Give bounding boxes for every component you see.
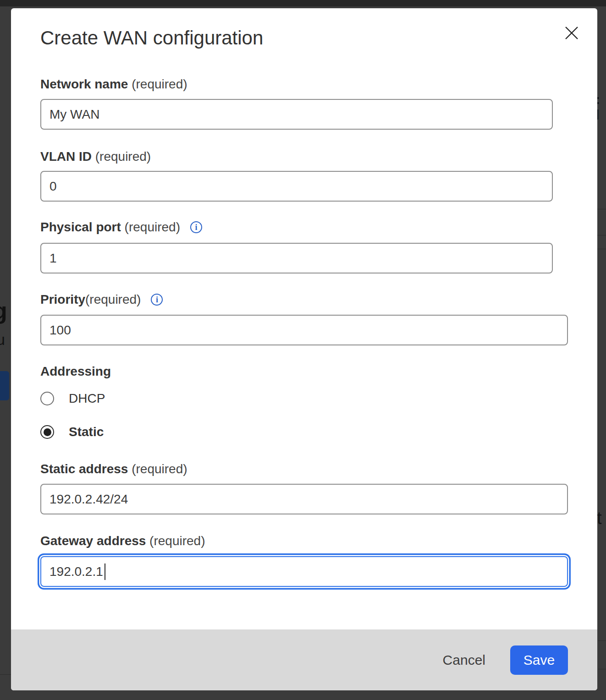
background-button-fragment [0,371,9,400]
network-name-label: Network name (required) [40,77,187,92]
radio-unselected-icon [40,392,54,405]
physical-port-value: 1 [50,251,57,266]
gateway-address-value: 192.0.2.1 [50,564,103,579]
save-button[interactable]: Save [510,645,568,675]
static-address-value: 192.0.2.42/24 [50,492,128,507]
create-wan-configuration-dialog: Create WAN configuration Network name (r… [11,8,597,690]
vlan-id-label: VLAN ID (required) [40,149,151,164]
static-radio-label: Static [69,425,104,439]
close-icon [564,25,579,41]
gateway-address-input[interactable]: 192.0.2.1 [40,556,568,587]
priority-input[interactable]: 100 [40,315,568,345]
physical-port-input[interactable]: 1 [40,243,553,273]
background-table-line [597,209,606,209]
static-address-input[interactable]: 192.0.2.42/24 [40,484,568,514]
gateway-address-label: Gateway address (required) [40,534,205,548]
physical-port-label: Physical port (required) i [40,220,202,235]
dialog-title: Create WAN configuration [40,27,263,49]
background-table-line [597,235,606,235]
vlan-id-value: 0 [50,179,57,194]
priority-label: Priority(required) i [40,292,163,307]
background-table-line [597,249,606,249]
network-name-input[interactable]: My WAN [40,99,553,130]
close-button[interactable] [562,24,581,42]
addressing-option-dhcp[interactable]: DHCP [40,391,105,406]
cancel-button[interactable]: Cancel [441,649,487,672]
addressing-heading: Addressing [40,364,111,379]
priority-value: 100 [50,323,71,338]
background-text-fragment: t [597,509,602,528]
dimmed-page-top-bar [0,0,606,6]
info-icon[interactable]: i [190,221,202,233]
dhcp-radio-label: DHCP [69,391,105,406]
background-table-line [0,674,11,675]
static-address-label: Static address (required) [40,462,187,476]
background-table-line [598,640,606,641]
info-icon[interactable]: i [151,294,163,306]
dialog-footer: Cancel Save [11,629,597,690]
text-cursor [105,563,105,580]
radio-selected-icon [40,425,54,439]
vlan-id-input[interactable]: 0 [40,171,553,202]
background-text-fragment: g [0,297,7,324]
addressing-option-static[interactable]: Static [40,424,104,440]
network-name-value: My WAN [50,107,99,122]
background-text-fragment: u [0,331,5,349]
background-table-line [598,669,606,669]
